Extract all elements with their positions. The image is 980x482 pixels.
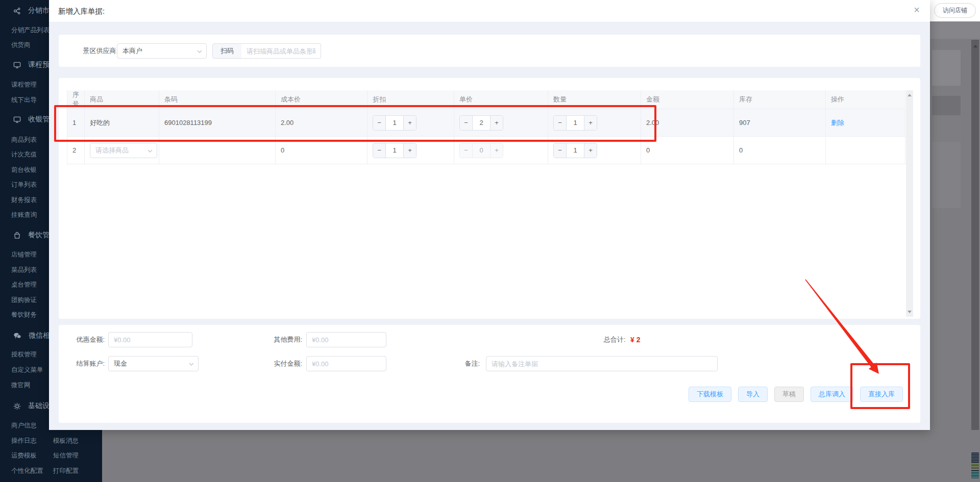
minus-icon[interactable]: − — [460, 143, 472, 158]
page-scrollbar[interactable] — [971, 40, 979, 482]
sidebar-item-count-recharge[interactable]: 计次充值 — [11, 150, 37, 159]
sidebar-item-personalization[interactable]: 个性化配置 — [11, 467, 43, 475]
remark-input[interactable] — [486, 356, 718, 371]
sidebar-item-front-cashier[interactable]: 前台收银 — [11, 166, 37, 174]
close-icon[interactable]: × — [914, 5, 920, 15]
supplier-select-value: 本商户 — [122, 46, 142, 56]
download-template-button[interactable]: 下载模板 — [689, 387, 731, 402]
sidebar-item-suppliers[interactable]: 供货商 — [11, 41, 31, 49]
sidebar-item-order-list[interactable]: 订单列表 — [11, 181, 37, 189]
sidebar-item-auth-mgmt[interactable]: 授权管理 — [11, 350, 37, 359]
sidebar-item-dish-list[interactable]: 菜品列表 — [11, 266, 37, 274]
table-scrollbar[interactable] — [906, 90, 913, 317]
stepper-value[interactable]: 1 — [566, 143, 584, 158]
settlement-account-select[interactable]: 现金 — [108, 356, 199, 371]
sidebar-item-distribution-products[interactable]: 分销产品列表 — [11, 26, 50, 35]
dimmed-page-bottom — [102, 430, 980, 482]
cell-stock: 0 — [734, 137, 826, 164]
scroll-down-arrow-icon[interactable] — [908, 311, 912, 313]
chevron-down-icon — [189, 363, 194, 366]
dev-console-widget[interactable] — [971, 452, 979, 478]
other-fee-label: 其他费用: — [269, 332, 302, 347]
sidebar-item-template-msg[interactable]: 模板消息 — [53, 437, 79, 445]
remark-label: 备注: — [459, 356, 480, 371]
product-select[interactable]: 请选择商品 — [90, 143, 157, 158]
discount-amount-label: 优惠金额: — [70, 332, 105, 347]
plus-icon[interactable]: + — [584, 143, 597, 158]
qty-stepper[interactable]: − 1 + — [553, 143, 597, 158]
dimmed-page-content — [930, 21, 980, 482]
minus-icon[interactable]: − — [554, 143, 566, 158]
discount-amount-input[interactable] — [108, 332, 192, 347]
cell-stock: 907 — [734, 109, 826, 137]
stepper-value[interactable]: 1 — [566, 116, 584, 130]
import-button[interactable]: 导入 — [738, 387, 768, 402]
transfer-from-main-warehouse-button[interactable]: 总库调入 — [811, 387, 853, 402]
new-inbound-receipt-modal: 新增入库单据: × 景区供应商: 本商户 扫码 序号 — [49, 0, 930, 430]
sidebar-item-groupon-verify[interactable]: 团购验证 — [11, 296, 37, 305]
share-icon — [13, 7, 21, 15]
plus-icon[interactable]: + — [491, 143, 503, 158]
col-price: 单价 — [454, 90, 548, 109]
qty-stepper[interactable]: − 1 + — [553, 115, 597, 131]
sidebar-item-custom-menu[interactable]: 自定义菜单 — [11, 366, 43, 374]
plus-icon[interactable]: + — [584, 116, 597, 130]
modal-title: 新增入库单据: — [58, 7, 105, 16]
table-header-row: 序号 商品 条码 成本价 折扣 单价 数量 金额 库存 操作 — [67, 90, 905, 109]
table-row: 2 请选择商品 0 − 1 — [67, 137, 905, 164]
paid-amount-input[interactable] — [306, 356, 386, 371]
sidebar-item-credit-query[interactable]: 挂账查询 — [11, 211, 37, 219]
supplier-select[interactable]: 本商户 — [117, 43, 207, 59]
chevron-down-icon — [197, 50, 202, 53]
sidebar-item-offline-export[interactable]: 线下出导 — [11, 96, 37, 105]
discount-stepper[interactable]: − 1 + — [373, 115, 416, 131]
discount-stepper[interactable]: − 1 + — [373, 143, 416, 158]
scroll-up-arrow-icon[interactable] — [908, 94, 912, 96]
price-stepper[interactable]: − 2 + — [459, 115, 503, 131]
sidebar-item-catering-finance[interactable]: 餐饮财务 — [11, 311, 37, 319]
sidebar-item-shop-mgmt[interactable]: 店铺管理 — [11, 250, 37, 259]
sidebar-item-shipping-template[interactable]: 运费模板 — [11, 451, 37, 460]
price-stepper[interactable]: − 0 + — [459, 143, 503, 158]
direct-inbound-button[interactable]: 直接入库 — [860, 387, 903, 402]
sidebar-item-course-mgmt[interactable]: 课程管理 — [11, 81, 37, 89]
stepper-value[interactable]: 1 — [385, 116, 404, 130]
draft-button[interactable]: 草稿 — [774, 387, 804, 402]
modal-body: 景区供应商: 本商户 扫码 序号 商品 条码 成本 — [49, 22, 930, 430]
sidebar-item-print-config[interactable]: 打印配置 — [53, 467, 79, 475]
delete-link[interactable]: 删除 — [831, 119, 844, 126]
other-fee-input[interactable] — [306, 332, 386, 347]
stepper-value[interactable]: 2 — [472, 116, 491, 130]
cell-barcode: 6901028113199 — [159, 109, 276, 137]
stepper-value[interactable]: 0 — [472, 143, 491, 158]
sidebar-item-operation-log[interactable]: 操作日志 — [11, 437, 37, 445]
minus-icon[interactable]: − — [373, 143, 385, 158]
minus-icon[interactable]: − — [554, 116, 566, 130]
sidebar-item-merchant-info[interactable]: 商户信息 — [11, 421, 37, 430]
bag-icon — [13, 232, 21, 239]
col-barcode: 条码 — [159, 90, 276, 109]
col-stock: 库存 — [734, 90, 826, 109]
sidebar-item-sms-mgmt[interactable]: 短信管理 — [53, 451, 79, 460]
cell-action — [826, 137, 905, 164]
sidebar-item-product-list[interactable]: 商品列表 — [11, 136, 37, 144]
sidebar-item-table-mgmt[interactable]: 桌台管理 — [11, 281, 37, 289]
settlement-account-value: 现金 — [114, 359, 127, 368]
plus-icon[interactable]: + — [404, 116, 416, 130]
plus-icon[interactable]: + — [404, 143, 416, 158]
sidebar-item-micro-site[interactable]: 微官网 — [11, 381, 31, 390]
cell-amount: 2.00 — [641, 109, 734, 137]
plus-icon[interactable]: + — [491, 116, 503, 130]
scan-button[interactable]: 扫码 — [212, 43, 242, 59]
stepper-value[interactable]: 1 — [385, 143, 404, 158]
minus-icon[interactable]: − — [460, 116, 472, 130]
modal-header: 新增入库单据: × — [49, 0, 930, 22]
supplier-label: 景区供应商: — [69, 43, 118, 59]
items-table: 序号 商品 条码 成本价 折扣 单价 数量 金额 库存 操作 1 — [67, 90, 905, 164]
minus-icon[interactable]: − — [373, 116, 385, 130]
scan-barcode-input[interactable] — [241, 43, 321, 59]
visit-shop-button[interactable]: 访问店铺 — [934, 3, 976, 18]
sidebar-item-finance-report[interactable]: 财务报表 — [11, 196, 37, 205]
settlement-account-label: 结算账户: — [70, 356, 105, 371]
cell-index: 1 — [67, 109, 85, 137]
